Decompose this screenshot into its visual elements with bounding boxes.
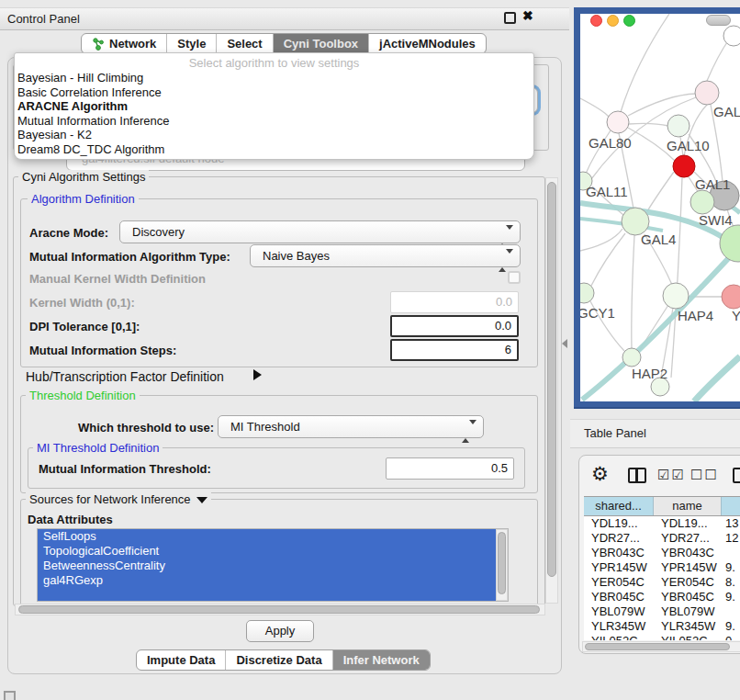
table-row[interactable]: YBR045CYBR045C9.	[584, 590, 740, 604]
tab-network-label: Network	[109, 37, 156, 51]
column-header-shared-name[interactable]: shared...	[584, 497, 654, 515]
hub-definition-label[interactable]: Hub/Transcription Factor Definition	[26, 369, 224, 384]
list-item[interactable]: BetweennessCentrality	[38, 559, 496, 573]
close-icon[interactable]: ✖	[522, 8, 533, 23]
algorithm-definition-title: Algorithm Definition	[28, 192, 139, 206]
table-row[interactable]: YLR345WYLR345W9.	[584, 619, 740, 634]
list-item[interactable]	[38, 588, 496, 602]
table-horizontal-scrollbar-thumb[interactable]	[585, 643, 730, 650]
table-row[interactable]: YIL052CYIL052C0.	[584, 634, 740, 640]
collapse-arrow-icon[interactable]	[196, 497, 207, 503]
aracne-mode-combobox[interactable]: Discovery	[119, 220, 521, 243]
algorithm-dropdown-popup: Select algorithm to view settings Bayesi…	[14, 52, 534, 160]
panel-divider-arrow-icon[interactable]	[562, 339, 567, 348]
node-gcy1[interactable]	[580, 283, 594, 303]
collapsed-panel-icon[interactable]	[4, 691, 16, 700]
table-row[interactable]: YER054CYER054C8.	[584, 575, 740, 590]
network-icon	[92, 38, 105, 51]
node-gal1[interactable]	[690, 190, 714, 214]
tab-impute-data[interactable]: Impute Data	[137, 650, 225, 670]
tab-select[interactable]: Select	[216, 34, 272, 53]
node-label: SWI4	[699, 212, 733, 228]
tab-style[interactable]: Style	[166, 34, 216, 53]
list-item[interactable]: gal4RGexp	[38, 573, 496, 588]
list-item[interactable]: TopologicalCoefficient	[38, 544, 496, 559]
which-threshold-combobox[interactable]: MI Threshold	[218, 415, 484, 438]
dropdown-item[interactable]: Mutual Information Inference	[15, 114, 533, 129]
network-nodes[interactable]	[580, 26, 740, 396]
node-swi4[interactable]	[720, 225, 740, 262]
apply-button[interactable]: Apply	[246, 620, 314, 642]
table-row[interactable]: YBR043CYBR043C	[584, 546, 740, 560]
column-header-partial[interactable]	[722, 497, 740, 515]
control-panel-title: Control Panel	[7, 8, 80, 29]
node-hap2[interactable]	[622, 348, 641, 367]
network-graph[interactable]: GAL GAL80 GAL10 GAL1 GAL11 SWI4 GAL4 GCY…	[580, 14, 740, 401]
dpi-tolerance-field[interactable]: 0.0	[390, 315, 519, 337]
node-gal80[interactable]	[607, 111, 629, 133]
node-gal-partial[interactable]	[695, 81, 719, 105]
settings-horizontal-scrollbar-thumb[interactable]	[18, 605, 540, 614]
mi-steps-label: Mutual Information Steps:	[29, 344, 176, 357]
table-row[interactable]: YBL079WYBL079W	[584, 604, 740, 619]
table-row[interactable]: YDL19...YDL19...13	[584, 516, 740, 531]
data-attributes-list[interactable]: SelfLoops TopologicalCoefficient Between…	[37, 528, 509, 602]
node-label: GAL11	[586, 184, 628, 199]
settings-vertical-scrollbar-thumb[interactable]	[547, 182, 556, 577]
tab-infer-network[interactable]: Infer Network	[332, 650, 430, 670]
which-threshold-label: Which threshold to use:	[78, 421, 214, 435]
table-row[interactable]: YDR27...YDR27...12	[584, 531, 740, 546]
settings-vertical-scrollbar[interactable]	[545, 177, 558, 604]
application-window: Control Panel ✖ Network Style Select Cyn…	[0, 0, 740, 700]
tab-discretize-data[interactable]: Discretize Data	[225, 650, 331, 670]
aracne-mode-label: Aracne Mode:	[29, 226, 108, 240]
control-panel-tabbar: Network Style Select Cyni Toolbox jActiv…	[81, 33, 487, 54]
table-panel-title: Table Panel	[584, 426, 646, 440]
column-header-name[interactable]: name	[654, 497, 722, 515]
mi-threshold-field[interactable]: 0.5	[386, 457, 514, 480]
gear-icon[interactable]: ⚙	[591, 463, 609, 485]
threshold-definition-title: Threshold Definition	[26, 389, 140, 402]
manual-kernel-width-checkbox[interactable]	[508, 271, 521, 284]
table-body[interactable]: YDL19...YDL19...13 YDR27...YDR27...12 YB…	[584, 516, 740, 640]
node-label: GAL80	[589, 135, 632, 151]
cyni-bottom-tabbar: Impute Data Discretize Data Infer Networ…	[136, 649, 431, 671]
table-header-row: shared... name	[584, 496, 740, 516]
control-panel-titlebar: Control Panel	[0, 7, 569, 30]
dropdown-item[interactable]: Bayesian - K2	[15, 128, 533, 142]
dropdown-item[interactable]: Bayesian - Hill Climbing	[15, 71, 533, 85]
table-row[interactable]: YPR145WYPR145W9.	[584, 560, 740, 575]
float-window-icon[interactable]	[504, 12, 516, 24]
list-item[interactable]: SelfLoops	[38, 529, 496, 544]
node-unlabeled[interactable]	[723, 26, 740, 46]
kernel-width-label: Kernel Width (0,1):	[29, 296, 135, 310]
node-label: GAL	[713, 104, 740, 119]
table-horizontal-scrollbar[interactable]	[582, 641, 740, 652]
mi-algorithm-type-combobox[interactable]: Naive Bayes	[250, 244, 521, 267]
list-scrollbar-thumb[interactable]	[498, 532, 506, 594]
node-red[interactable]	[673, 155, 695, 177]
expand-arrow-icon[interactable]	[253, 369, 262, 380]
node-label: HAP4	[678, 308, 713, 323]
dropdown-item[interactable]: Basic Correlation Inference	[15, 85, 533, 100]
show-columns-icon[interactable]	[628, 468, 646, 483]
tab-cyni-toolbox[interactable]: Cyni Toolbox	[273, 34, 368, 53]
mi-steps-field[interactable]: 6	[390, 339, 519, 361]
tab-jactivemnodules[interactable]: jActiveMNodules	[368, 34, 486, 53]
node-salmon[interactable]	[722, 285, 740, 309]
tab-network[interactable]: Network	[82, 34, 166, 53]
node-gal10[interactable]	[667, 115, 690, 137]
select-all-checkboxes-icon[interactable]: ☑☑	[657, 467, 686, 483]
partial-toolbar-icon[interactable]	[733, 468, 740, 483]
sources-group-title[interactable]: Sources for Network Inference	[26, 492, 211, 506]
manual-kernel-width-label: Manual Kernel Width Definition	[29, 272, 206, 286]
list-scrollbar[interactable]	[496, 529, 508, 601]
dropdown-item-selected[interactable]: ARACNE Algorithm	[15, 99, 533, 114]
deselect-all-checkboxes-icon[interactable]: ☐☐	[690, 467, 719, 483]
combo-arrows-icon	[499, 250, 513, 271]
kernel-width-field[interactable]: 0.0	[390, 291, 519, 313]
node-hap4[interactable]	[663, 283, 689, 309]
dropdown-item[interactable]: Dream8 DC_TDC Algorithm	[15, 142, 533, 157]
node-label: HAP2	[632, 366, 667, 381]
settings-horizontal-scrollbar[interactable]	[15, 604, 545, 615]
